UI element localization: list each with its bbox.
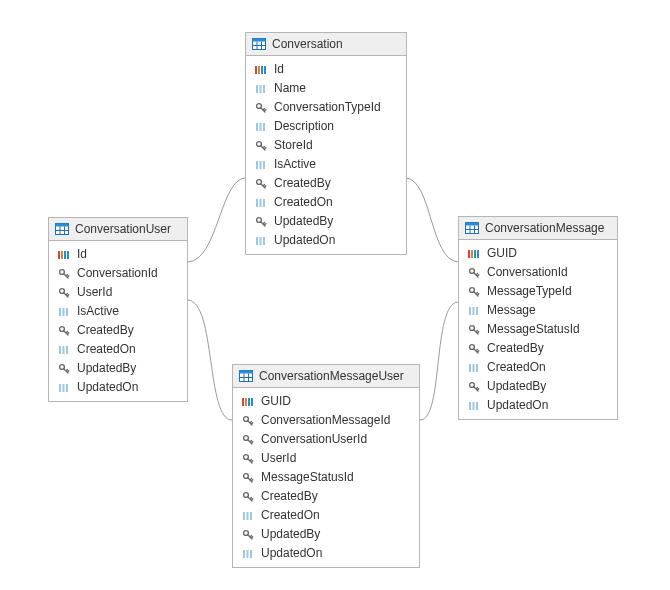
foreign-key-icon <box>241 453 255 465</box>
column-row[interactable]: ConversationMessageId <box>233 411 419 430</box>
column-row[interactable]: StoreId <box>246 136 406 155</box>
entity-table-header[interactable]: ConversationUser <box>49 218 187 241</box>
column-row[interactable]: CreatedOn <box>233 506 419 525</box>
column-row[interactable]: UpdatedOn <box>49 378 187 397</box>
svg-rect-56 <box>471 250 473 258</box>
column-row[interactable]: Description <box>246 117 406 136</box>
svg-rect-91 <box>243 550 245 558</box>
column-label: ConversationTypeId <box>274 100 381 115</box>
column-label: ConversationId <box>77 266 158 281</box>
column-label: UpdatedBy <box>274 214 333 229</box>
entity-table-body: IdConversationIdUserIdIsActiveCreatedByC… <box>49 241 187 401</box>
foreign-key-icon <box>57 268 71 280</box>
column-icon <box>241 510 255 522</box>
column-row[interactable]: MessageStatusId <box>459 320 617 339</box>
column-row[interactable]: ConversationId <box>49 264 187 283</box>
svg-rect-13 <box>256 123 258 131</box>
svg-rect-57 <box>474 250 476 258</box>
column-label: CreatedOn <box>77 342 136 357</box>
column-row[interactable]: UpdatedOn <box>459 396 617 415</box>
svg-rect-44 <box>63 346 65 354</box>
entity-table-header[interactable]: ConversationMessage <box>459 217 617 240</box>
svg-rect-26 <box>260 237 262 245</box>
svg-rect-43 <box>59 346 61 354</box>
column-row[interactable]: IsActive <box>49 302 187 321</box>
column-row[interactable]: UpdatedBy <box>459 377 617 396</box>
column-row[interactable]: UserId <box>49 283 187 302</box>
relationship-connector <box>406 178 458 262</box>
column-label: UpdatedOn <box>261 546 322 561</box>
column-icon <box>467 400 481 412</box>
column-row[interactable]: GUID <box>233 392 419 411</box>
column-row[interactable]: Id <box>49 245 187 264</box>
column-label: CreatedBy <box>261 489 318 504</box>
foreign-key-icon <box>254 140 268 152</box>
column-row[interactable]: CreatedBy <box>246 174 406 193</box>
column-label: CreatedOn <box>261 508 320 523</box>
svg-rect-6 <box>258 66 260 74</box>
column-label: UpdatedOn <box>274 233 335 248</box>
column-row[interactable]: CreatedBy <box>459 339 617 358</box>
svg-rect-88 <box>247 512 249 520</box>
foreign-key-icon <box>57 325 71 337</box>
svg-rect-22 <box>260 199 262 207</box>
column-row[interactable]: UpdatedBy <box>233 525 419 544</box>
svg-rect-35 <box>64 251 66 259</box>
column-row[interactable]: CreatedBy <box>49 321 187 340</box>
column-row[interactable]: UpdatedBy <box>246 212 406 231</box>
column-label: GUID <box>487 246 517 261</box>
column-row[interactable]: Name <box>246 79 406 98</box>
column-row[interactable]: UpdatedOn <box>246 231 406 250</box>
column-label: Name <box>274 81 306 96</box>
column-row[interactable]: IsActive <box>246 155 406 174</box>
svg-rect-63 <box>476 307 478 315</box>
primary-key-icon <box>57 249 71 261</box>
svg-rect-14 <box>260 123 262 131</box>
column-icon <box>254 83 268 95</box>
entity-table[interactable]: ConversationMessageGUIDConversationIdMes… <box>458 216 618 420</box>
column-row[interactable]: CreatedBy <box>233 487 419 506</box>
column-row[interactable]: Id <box>246 60 406 79</box>
foreign-key-icon <box>241 491 255 503</box>
column-label: ConversationId <box>487 265 568 280</box>
svg-rect-48 <box>63 384 65 392</box>
foreign-key-icon <box>241 434 255 446</box>
column-label: UpdatedBy <box>77 361 136 376</box>
entity-table[interactable]: ConversationUserIdConversationIdUserIdIs… <box>48 217 188 402</box>
column-row[interactable]: UpdatedOn <box>233 544 419 563</box>
svg-rect-58 <box>477 250 479 258</box>
entity-table[interactable]: ConversationMessageUserGUIDConversationM… <box>232 364 420 568</box>
primary-key-icon <box>467 248 481 260</box>
primary-key-icon <box>254 64 268 76</box>
column-label: UpdatedBy <box>261 527 320 542</box>
column-row[interactable]: UpdatedBy <box>49 359 187 378</box>
column-row[interactable]: Message <box>459 301 617 320</box>
svg-rect-72 <box>476 402 478 410</box>
foreign-key-icon <box>254 216 268 228</box>
column-row[interactable]: ConversationTypeId <box>246 98 406 117</box>
svg-rect-8 <box>264 66 266 74</box>
column-row[interactable]: GUID <box>459 244 617 263</box>
table-icon <box>239 370 253 382</box>
column-label: CreatedBy <box>487 341 544 356</box>
column-row[interactable]: ConversationUserId <box>233 430 419 449</box>
entity-table-header[interactable]: Conversation <box>246 33 406 56</box>
entity-table[interactable]: ConversationIdNameConversationTypeIdDesc… <box>245 32 407 255</box>
column-row[interactable]: ConversationId <box>459 263 617 282</box>
entity-table-header[interactable]: ConversationMessageUser <box>233 365 419 388</box>
entity-table-body: IdNameConversationTypeIdDescriptionStore… <box>246 56 406 254</box>
svg-rect-17 <box>256 161 258 169</box>
foreign-key-icon <box>467 381 481 393</box>
column-row[interactable]: UserId <box>233 449 419 468</box>
column-row[interactable]: CreatedOn <box>246 193 406 212</box>
column-row[interactable]: MessageStatusId <box>233 468 419 487</box>
column-row[interactable]: MessageTypeId <box>459 282 617 301</box>
relationship-connector <box>420 302 458 420</box>
column-label: MessageStatusId <box>487 322 580 337</box>
svg-rect-7 <box>261 66 263 74</box>
column-row[interactable]: CreatedOn <box>459 358 617 377</box>
column-label: CreatedOn <box>487 360 546 375</box>
column-row[interactable]: CreatedOn <box>49 340 187 359</box>
svg-rect-71 <box>473 402 475 410</box>
column-label: Description <box>274 119 334 134</box>
